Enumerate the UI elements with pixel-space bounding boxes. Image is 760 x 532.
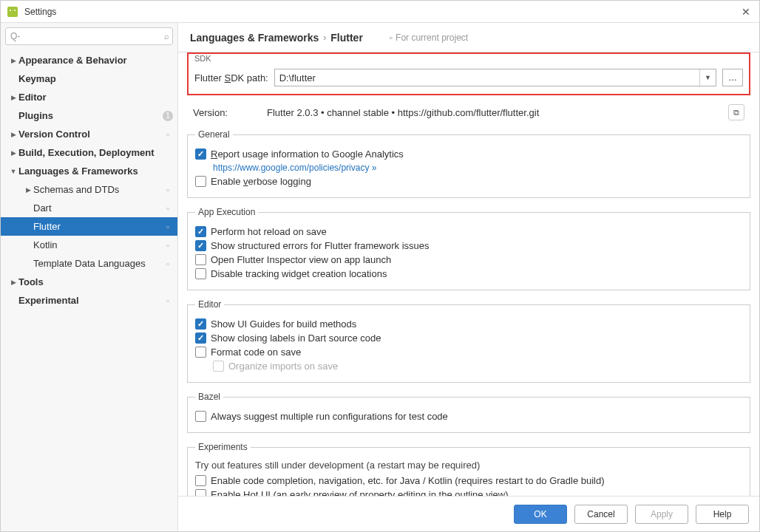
dropdown-arrow-icon[interactable]: ▼ bbox=[699, 69, 716, 86]
checkbox bbox=[213, 361, 224, 372]
checkbox[interactable] bbox=[195, 254, 206, 265]
checkbox[interactable] bbox=[195, 475, 206, 486]
checkbox[interactable] bbox=[195, 176, 206, 187]
tree-toggle-icon[interactable]: ▶ bbox=[8, 94, 18, 101]
checkbox[interactable] bbox=[195, 332, 206, 344]
sdk-section-label: SDK bbox=[194, 54, 743, 63]
project-icon: ▫ bbox=[390, 33, 393, 43]
sidebar-item-flutter[interactable]: Flutter▫ bbox=[1, 217, 177, 236]
ok-button[interactable]: OK bbox=[514, 505, 567, 524]
apply-button: Apply bbox=[635, 505, 688, 524]
version-value: Flutter 2.0.3 • channel stable • https:/… bbox=[267, 107, 722, 118]
breadcrumb-parent[interactable]: Languages & Frameworks bbox=[190, 32, 319, 44]
sidebar-item-experimental[interactable]: Experimental▫ bbox=[1, 291, 177, 310]
sidebar-item-build-execution-deployment[interactable]: ▶Build, Execution, Deployment bbox=[1, 143, 177, 162]
check-structured-errors[interactable]: Show structured errors for Flutter frame… bbox=[195, 240, 742, 251]
check-format-on-save[interactable]: Format code on save bbox=[195, 347, 742, 358]
tree-label: Experimental bbox=[18, 295, 163, 306]
cancel-button[interactable]: Cancel bbox=[574, 505, 628, 524]
browse-button[interactable]: … bbox=[722, 69, 743, 86]
checkbox[interactable] bbox=[195, 226, 206, 237]
privacy-link[interactable]: https://www.google.com/policies/privacy … bbox=[213, 163, 742, 173]
checkbox[interactable] bbox=[195, 240, 206, 251]
check-java-kotlin[interactable]: Enable code completion, navigation, etc.… bbox=[195, 475, 742, 486]
project-badge-icon: ▫ bbox=[163, 204, 173, 213]
app-icon bbox=[7, 6, 18, 18]
sdk-path-row: Flutter SDK path: D:\flutter ▼ … bbox=[194, 69, 743, 86]
tree-toggle-icon[interactable]: ▶ bbox=[8, 149, 18, 157]
tree-toggle-icon[interactable]: ▼ bbox=[8, 168, 18, 175]
help-button[interactable]: Help bbox=[696, 505, 749, 524]
tree-toggle-icon[interactable]: ▶ bbox=[8, 57, 18, 64]
check-bazel-suggest[interactable]: Always suggest multiple run configuratio… bbox=[195, 411, 742, 422]
check-open-inspector[interactable]: Open Flutter Inspector view on app launc… bbox=[195, 254, 742, 265]
close-icon[interactable]: ✕ bbox=[739, 4, 753, 19]
count-badge: 1 bbox=[163, 111, 173, 121]
checkbox[interactable] bbox=[195, 268, 206, 279]
check-verbose-logging[interactable]: Enable verbose logging bbox=[195, 176, 742, 187]
tree-label: Keymap bbox=[18, 73, 173, 84]
project-badge-icon: ▫ bbox=[163, 259, 173, 268]
svg-rect-0 bbox=[7, 7, 18, 17]
sdk-highlight-box: SDK Flutter SDK path: D:\flutter ▼ … bbox=[187, 52, 750, 95]
tree-label: Appearance & Behavior bbox=[18, 55, 173, 66]
sidebar-item-version-control[interactable]: ▶Version Control▫ bbox=[1, 125, 177, 143]
window-title: Settings bbox=[24, 7, 739, 17]
checkbox[interactable] bbox=[195, 411, 206, 422]
sdk-path-value[interactable]: D:\flutter bbox=[275, 72, 699, 83]
project-badge-icon: ▫ bbox=[163, 241, 173, 250]
check-closing-labels[interactable]: Show closing labels in Dart source code bbox=[195, 332, 742, 344]
main-panel: Languages & Frameworks › Flutter ▫ For c… bbox=[178, 23, 759, 531]
sidebar-item-editor[interactable]: ▶Editor bbox=[1, 88, 177, 106]
check-hot-reload[interactable]: Perform hot reload on save bbox=[195, 226, 742, 237]
check-disable-tracking[interactable]: Disable tracking widget creation locatio… bbox=[195, 268, 742, 279]
version-label: Version: bbox=[193, 107, 261, 118]
sidebar-item-template-data-languages[interactable]: Template Data Languages▫ bbox=[1, 254, 177, 273]
bazel-legend: Bazel bbox=[195, 392, 223, 402]
sidebar-item-languages-frameworks[interactable]: ▼Languages & Frameworks bbox=[1, 162, 177, 180]
tree-label: Plugins bbox=[18, 110, 163, 121]
general-group: General Report usage information to Goog… bbox=[187, 129, 750, 198]
general-legend: General bbox=[195, 129, 233, 140]
experiments-hint: Try out features still under development… bbox=[195, 460, 742, 471]
editor-legend: Editor bbox=[195, 299, 224, 310]
checkbox[interactable] bbox=[195, 489, 206, 496]
sidebar-item-dart[interactable]: Dart▫ bbox=[1, 199, 177, 217]
tree-label: Dart bbox=[33, 202, 163, 214]
settings-tree[interactable]: ▶Appearance & BehaviorKeymap▶EditorPlugi… bbox=[1, 50, 177, 531]
sidebar-item-plugins[interactable]: Plugins1 bbox=[1, 106, 177, 125]
search-input[interactable]: Q- ⌕ bbox=[5, 27, 173, 45]
settings-window: Settings ✕ Q- ⌕ ▶Appearance & BehaviorKe… bbox=[0, 0, 760, 532]
checkbox[interactable] bbox=[195, 149, 206, 160]
copy-icon[interactable]: ⧉ bbox=[728, 104, 744, 120]
main-header: Languages & Frameworks › Flutter ▫ For c… bbox=[178, 23, 759, 52]
check-hot-ui[interactable]: Enable Hot UI (an early preview of prope… bbox=[195, 489, 742, 496]
search-clear-icon[interactable]: ⌕ bbox=[164, 32, 169, 41]
tree-label: Languages & Frameworks bbox=[18, 166, 173, 177]
tree-toggle-icon[interactable]: ▶ bbox=[23, 186, 33, 194]
titlebar: Settings ✕ bbox=[1, 1, 759, 23]
sidebar-item-tools[interactable]: ▶Tools bbox=[1, 273, 177, 291]
sidebar: Q- ⌕ ▶Appearance & BehaviorKeymap▶Editor… bbox=[1, 23, 178, 531]
sidebar-item-keymap[interactable]: Keymap bbox=[1, 69, 177, 88]
sdk-path-combo[interactable]: D:\flutter ▼ bbox=[274, 69, 716, 86]
check-ui-guides[interactable]: Show UI Guides for build methods bbox=[195, 318, 742, 330]
search-placeholder: Q- bbox=[10, 31, 20, 41]
svg-point-2 bbox=[14, 10, 16, 11]
tree-toggle-icon[interactable]: ▶ bbox=[8, 279, 18, 286]
tree-label: Template Data Languages bbox=[33, 258, 163, 269]
version-row: Version: Flutter 2.0.3 • channel stable … bbox=[187, 98, 750, 120]
checkbox[interactable] bbox=[195, 347, 206, 358]
breadcrumb: Languages & Frameworks › Flutter bbox=[190, 32, 363, 44]
sidebar-item-appearance-behavior[interactable]: ▶Appearance & Behavior bbox=[1, 51, 177, 69]
content: SDK Flutter SDK path: D:\flutter ▼ … Ver… bbox=[178, 52, 759, 496]
tree-toggle-icon[interactable]: ▶ bbox=[8, 131, 18, 138]
checkbox[interactable] bbox=[195, 318, 206, 330]
project-badge-icon: ▫ bbox=[163, 185, 173, 194]
search-wrap: Q- ⌕ bbox=[1, 23, 177, 50]
sidebar-item-schemas-and-dtds[interactable]: ▶Schemas and DTDs▫ bbox=[1, 180, 177, 199]
check-report-analytics[interactable]: Report usage information to Google Analy… bbox=[195, 149, 742, 160]
sidebar-item-kotlin[interactable]: Kotlin▫ bbox=[1, 236, 177, 254]
tree-label: Tools bbox=[18, 276, 173, 287]
bazel-group: Bazel Always suggest multiple run config… bbox=[187, 392, 750, 433]
